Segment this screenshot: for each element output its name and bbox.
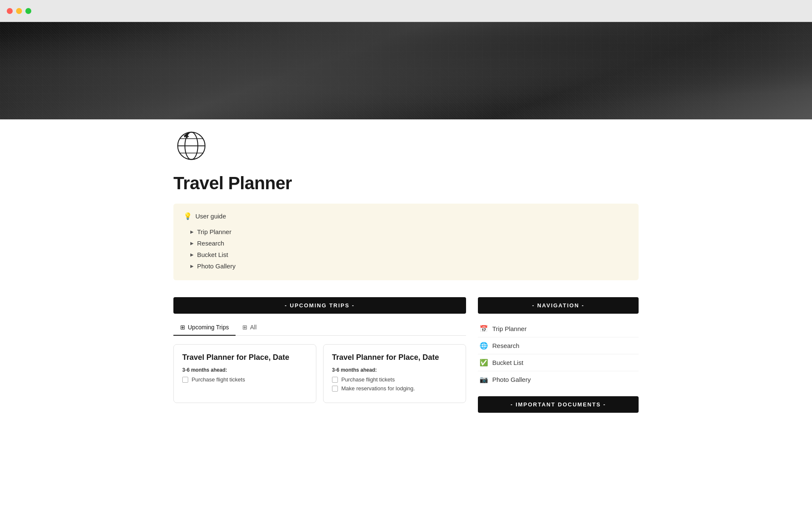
checkbox-3-label: Make reservations for lodging.	[341, 385, 415, 392]
nav-research-label: Research	[492, 342, 519, 349]
important-documents-section: - IMPORTANT DOCUMENTS -	[478, 396, 639, 413]
important-documents-header: - IMPORTANT DOCUMENTS -	[478, 396, 639, 413]
navigation-header: - NAVIGATION -	[478, 297, 639, 314]
triangle-icon: ▶	[190, 229, 194, 234]
checkbox-2[interactable]	[332, 377, 338, 383]
callout-research-label: Research	[197, 240, 224, 247]
checkbox-1[interactable]	[182, 377, 188, 383]
checkbox-item-1: Purchase flight tickets	[182, 376, 307, 383]
close-button[interactable]	[7, 8, 13, 14]
triangle-icon: ▶	[190, 252, 194, 257]
triangle-icon: ▶	[190, 264, 194, 268]
right-column: - NAVIGATION - 📅 Trip Planner 🌐 Research…	[478, 297, 639, 420]
callout-header-label: User guide	[195, 213, 226, 220]
checkbox-2-label: Purchase flight tickets	[341, 376, 395, 383]
lightbulb-icon: 💡	[184, 212, 192, 220]
navigation-section: - NAVIGATION - 📅 Trip Planner 🌐 Research…	[478, 297, 639, 388]
grid-icon: ⊞	[180, 324, 185, 331]
trip-card-1-title: Travel Planner for Place, Date	[182, 353, 307, 362]
nav-item-photo-gallery[interactable]: 📷 Photo Gallery	[478, 371, 639, 388]
callout-header: 💡 User guide	[184, 212, 628, 220]
callout-item-bucket-list[interactable]: ▶ Bucket List	[184, 249, 628, 260]
upcoming-trips-header: - UPCOMING TRIPS -	[173, 297, 466, 314]
page-title: Travel Planner	[173, 173, 639, 193]
tab-all[interactable]: ⊞ All	[236, 320, 263, 336]
luggage-texture	[0, 22, 812, 119]
calendar-icon: 📅	[480, 325, 488, 333]
main-content: Travel Planner 💡 User guide ▶ Trip Plann…	[131, 119, 681, 420]
callout-box: 💡 User guide ▶ Trip Planner ▶ Research ▶…	[173, 204, 639, 280]
checkbox-item-3: Make reservations for lodging.	[332, 385, 457, 392]
callout-trip-planner-label: Trip Planner	[197, 228, 231, 235]
hero-banner	[0, 22, 812, 119]
triangle-icon: ▶	[190, 241, 194, 246]
fullscreen-button[interactable]	[25, 8, 31, 14]
browser-chrome	[0, 0, 812, 22]
tab-upcoming-trips[interactable]: ⊞ Upcoming Trips	[173, 320, 236, 336]
trip-card-2: Travel Planner for Place, Date 3-6 month…	[323, 344, 466, 403]
nav-item-trip-planner[interactable]: 📅 Trip Planner	[478, 320, 639, 337]
grid-icon-2: ⊞	[242, 324, 247, 331]
page-icon-area	[173, 119, 639, 170]
page: Travel Planner 💡 User guide ▶ Trip Plann…	[0, 22, 812, 420]
trip-card-2-section-label: 3-6 months ahead:	[332, 367, 457, 373]
two-col-layout: - UPCOMING TRIPS - ⊞ Upcoming Trips ⊞ Al…	[173, 297, 639, 420]
trip-cards-grid: Travel Planner for Place, Date 3-6 month…	[173, 344, 466, 403]
trip-card-1-section-label: 3-6 months ahead:	[182, 367, 307, 373]
tab-upcoming-trips-label: Upcoming Trips	[188, 324, 229, 331]
trip-card-1: Travel Planner for Place, Date 3-6 month…	[173, 344, 316, 403]
callout-bucket-list-label: Bucket List	[197, 251, 228, 258]
nav-trip-planner-label: Trip Planner	[492, 325, 527, 332]
trips-tabs: ⊞ Upcoming Trips ⊞ All	[173, 320, 466, 336]
callout-item-photo-gallery[interactable]: ▶ Photo Gallery	[184, 260, 628, 272]
nav-item-bucket-list[interactable]: ✅ Bucket List	[478, 354, 639, 371]
checkbox-1-label: Purchase flight tickets	[192, 376, 245, 383]
globe-icon	[173, 128, 209, 164]
minimize-button[interactable]	[16, 8, 22, 14]
globe-nav-icon: 🌐	[480, 342, 488, 350]
tab-all-label: All	[250, 324, 257, 331]
trip-card-2-title: Travel Planner for Place, Date	[332, 353, 457, 362]
left-column: - UPCOMING TRIPS - ⊞ Upcoming Trips ⊞ Al…	[173, 297, 466, 403]
checkbox-item-2: Purchase flight tickets	[332, 376, 457, 383]
callout-item-research[interactable]: ▶ Research	[184, 237, 628, 249]
nav-item-research[interactable]: 🌐 Research	[478, 337, 639, 354]
nav-photo-gallery-label: Photo Gallery	[492, 376, 531, 383]
nav-bucket-list-label: Bucket List	[492, 359, 523, 366]
camera-icon: 📷	[480, 375, 488, 384]
checkbox-3[interactable]	[332, 386, 338, 392]
callout-item-trip-planner[interactable]: ▶ Trip Planner	[184, 226, 628, 237]
checkmark-badge-icon: ✅	[480, 359, 488, 367]
callout-photo-gallery-label: Photo Gallery	[197, 262, 236, 270]
